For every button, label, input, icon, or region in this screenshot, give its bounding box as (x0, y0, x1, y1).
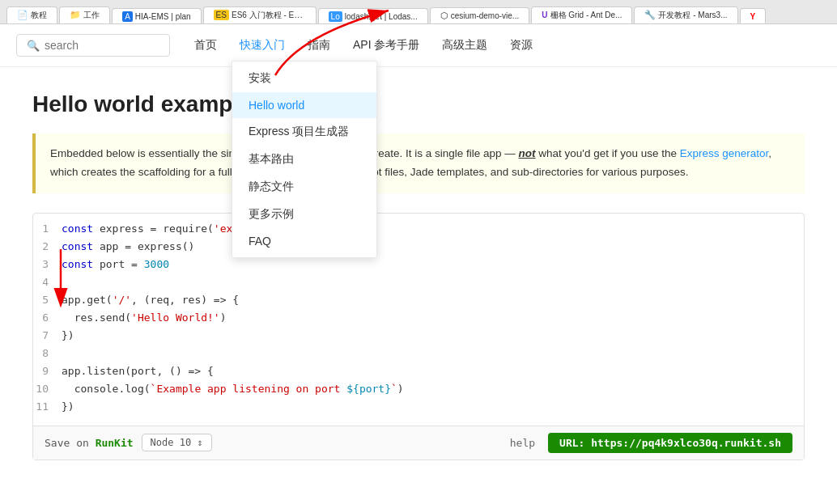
line-num-8: 8 (33, 347, 62, 359)
code-footer: Save on RunKit Node 10 ⇕ help URL: https… (33, 426, 804, 460)
line-code-2: const app = express() (62, 240, 194, 252)
line-num-10: 10 (33, 383, 62, 395)
code-line-6: 6 res.send('Hello World!') (33, 311, 804, 328)
line-num-1: 1 (33, 222, 62, 235)
nav-home-link[interactable]: 首页 (194, 38, 217, 51)
line-num-4: 4 (33, 276, 62, 288)
page-content: Hello world example Embedded below is es… (0, 67, 837, 485)
code-footer-right: help URL: https://pq4k9xlco30q.runkit.sh (510, 433, 792, 453)
dropdown-item-examples[interactable]: 更多示例 (232, 201, 376, 228)
dropdown-item-faq[interactable]: FAQ (232, 228, 376, 254)
nav-quickstart[interactable]: 快速入门 安装 Hello world Express 项目生成器 基本路由 静… (240, 38, 285, 53)
nav-api-link[interactable]: API 参考手册 (353, 38, 419, 51)
nav-quickstart-link[interactable]: 快速入门 (240, 38, 285, 51)
page-wrapper: 🔍 首页 快速入门 安装 Hello world Express 项目生成器 基… (0, 24, 837, 504)
help-button[interactable]: help (510, 437, 535, 449)
nav-resources-link[interactable]: 资源 (510, 38, 533, 51)
info-box: Embedded below is essentially the simple… (32, 133, 805, 193)
code-line-4: 4 (33, 275, 804, 293)
tab-工作[interactable]: 📁 工作 (59, 6, 110, 23)
code-line-3: 3 const port = 3000 (33, 257, 804, 275)
line-code-10: console.log(`Example app listening on po… (62, 383, 404, 395)
code-line-9: 9 app.listen(port, () => { (33, 364, 804, 382)
nav-home[interactable]: 首页 (194, 38, 217, 53)
line-num-6: 6 (33, 311, 62, 324)
dropdown-item-generator[interactable]: Express 项目生成器 (232, 118, 376, 146)
dropdown-item-routing[interactable]: 基本路由 (232, 146, 376, 173)
line-code-8 (62, 347, 68, 359)
nav-resources[interactable]: 资源 (510, 38, 533, 53)
nav-guide-link[interactable]: 指南 (308, 38, 330, 51)
line-num-2: 2 (33, 240, 62, 252)
page-title: Hello world example (32, 91, 805, 117)
dropdown-menu: 安装 Hello world Express 项目生成器 基本路由 静态文件 更… (232, 61, 377, 258)
code-line-11: 11 }) (33, 400, 804, 417)
tab-hia-ems[interactable]: A HIA-EMS | plan (112, 8, 201, 23)
code-lines: 1 const express = require('express')4.17… (33, 214, 804, 426)
search-input[interactable] (45, 39, 166, 52)
url-badge[interactable]: URL: https://pq4k9xlco30q.runkit.sh (548, 433, 792, 453)
tab-cesium[interactable]: ⬡ cesium-demo-vie... (430, 7, 530, 23)
dropdown-item-hello[interactable]: Hello world (232, 92, 376, 118)
search-box[interactable]: 🔍 (16, 34, 170, 57)
dropdown-item-install[interactable]: 安装 (232, 65, 376, 92)
nav-links: 首页 快速入门 安装 Hello world Express 项目生成器 基本路… (194, 38, 533, 53)
nav-guide[interactable]: 指南 (308, 38, 330, 53)
nav-api[interactable]: API 参考手册 (353, 38, 419, 53)
code-line-10: 10 console.log(`Example app listening on… (33, 382, 804, 400)
save-on-runkit[interactable]: Save on RunKit (45, 437, 134, 449)
tab-antd[interactable]: U 栅格 Grid - Ant De... (531, 6, 632, 23)
line-num-11: 11 (33, 400, 62, 413)
express-generator-link[interactable]: Express generator (680, 147, 769, 159)
line-num-3: 3 (33, 258, 62, 270)
info-em: not (519, 147, 536, 159)
line-num-9: 9 (33, 365, 62, 377)
line-code-6: res.send('Hello World!') (62, 311, 227, 324)
runkit-brand: RunKit (96, 437, 134, 449)
code-line-7: 7 }) (33, 328, 804, 346)
code-block: 1 const express = require('express')4.17… (32, 213, 805, 460)
line-code-5: app.get('/', (req, res) => { (62, 294, 239, 306)
line-code-4 (62, 276, 68, 288)
tab-lodash[interactable]: Lo lodash.get | Lodas... (318, 8, 428, 23)
line-code-7: }) (62, 329, 74, 341)
nav-advanced-link[interactable]: 高级主题 (442, 38, 487, 51)
code-line-5: 5 app.get('/', (req, res) => { (33, 293, 804, 311)
line-num-5: 5 (33, 294, 62, 306)
line-code-9: app.listen(port, () => { (62, 365, 214, 377)
tab-教程[interactable]: 📄 教程 (6, 6, 57, 23)
line-code-3: const port = 3000 (62, 258, 169, 270)
line-code-11: }) (62, 400, 74, 413)
code-footer-left: Save on RunKit Node 10 ⇕ (45, 434, 212, 451)
nav-advanced[interactable]: 高级主题 (442, 38, 487, 53)
node-version-selector[interactable]: Node 10 ⇕ (142, 434, 212, 451)
code-line-2: 2 const app = express() (33, 239, 804, 257)
line-num-7: 7 (33, 329, 62, 341)
tab-mars3[interactable]: 🔧 开发教程 - Mars3... (634, 6, 737, 23)
info-text-2: what you'd get if you use the (536, 147, 680, 159)
code-line-8: 8 (33, 346, 804, 364)
browser-tabs-bar: 📄 教程 📁 工作 A HIA-EMS | plan ES ES6 入门教程 -… (0, 0, 837, 24)
top-nav: 🔍 首页 快速入门 安装 Hello world Express 项目生成器 基… (0, 24, 837, 67)
tab-es6[interactable]: ES ES6 入门教程 - EC... (203, 6, 317, 23)
search-icon: 🔍 (27, 40, 40, 52)
code-line-1: 1 const express = require('express')4.17… (33, 222, 804, 239)
tab-y[interactable]: Y (740, 8, 767, 23)
dropdown-item-static[interactable]: 静态文件 (232, 173, 376, 201)
